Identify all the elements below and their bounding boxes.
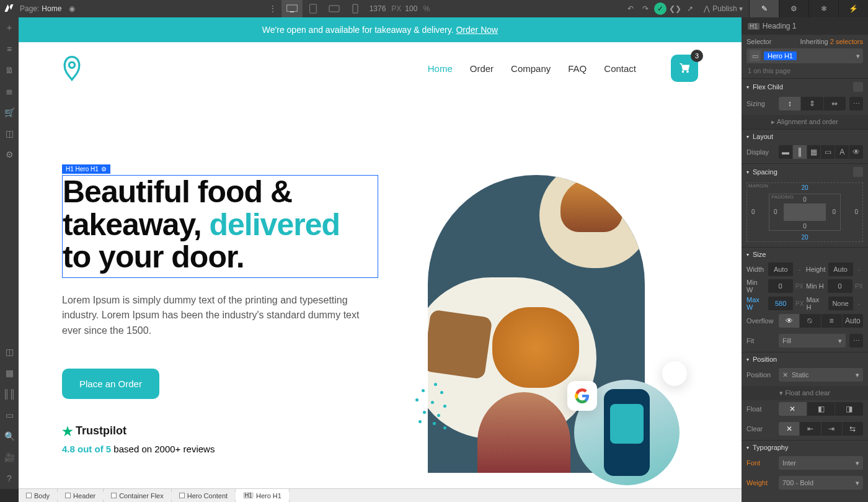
clear-group[interactable]: ✕ ⇤ ⇥ ⇆ (779, 422, 863, 436)
publish-button[interactable]: ⋀Publish ▾ (698, 4, 749, 13)
float-clear-toggle[interactable]: ▾ Float and clear (742, 386, 868, 400)
nav-company[interactable]: Company (511, 63, 551, 74)
overflow-scroll-icon[interactable]: ≡ (822, 314, 843, 328)
selector-field[interactable]: ▭ Hero H1 ▾ (746, 48, 863, 63)
canvas-width[interactable]: 1376 (370, 4, 386, 13)
pages-icon[interactable]: 🗎 (0, 60, 19, 81)
display-group[interactable]: ▬ ║ ▦ ▭ A 👁 (779, 145, 863, 159)
search-icon[interactable]: 🔍 (0, 426, 19, 447)
crumb-container[interactable]: Container Flex (104, 489, 172, 503)
width-input[interactable] (768, 262, 793, 276)
alignment-order-toggle[interactable]: ▸ Alignment and order (742, 115, 868, 129)
style-manager-tab-icon[interactable]: ❄ (808, 0, 838, 17)
display-grid-icon[interactable]: ▦ (807, 145, 822, 159)
device-mobile-icon[interactable] (345, 0, 366, 17)
selector-class-chip[interactable]: Hero H1 (764, 52, 797, 60)
float-group[interactable]: ✕ ◧ ◨ (779, 402, 863, 416)
nav-order[interactable]: Order (470, 63, 494, 74)
expand-icon[interactable] (853, 82, 863, 92)
crumb-header[interactable]: Header (58, 489, 104, 503)
audit-icon[interactable]: ◫ (0, 341, 19, 362)
display-flex-icon[interactable]: ║ (793, 145, 807, 159)
device-tablet-icon[interactable] (303, 0, 324, 17)
navigator-icon[interactable]: ≡ (0, 38, 19, 60)
device-desktop-icon[interactable] (281, 0, 303, 17)
video-icon[interactable]: 🎥 (0, 447, 19, 468)
overflow-auto-icon[interactable]: Auto (843, 314, 863, 328)
size-header[interactable]: ▾Size (742, 247, 868, 261)
assets-icon[interactable]: ◫ (0, 123, 19, 144)
maxh-input[interactable] (828, 297, 853, 310)
page-name[interactable]: Home (42, 4, 61, 13)
display-inline-icon[interactable]: A (835, 145, 849, 159)
undo-icon[interactable]: ↶ (623, 0, 638, 17)
crumb-hero-h1[interactable]: H1Hero H1 (236, 489, 290, 503)
clear-right-icon[interactable]: ⇥ (822, 422, 843, 436)
spacing-editor[interactable]: MARGIN PADDING 20 20 0 0 0 0 0 0 (746, 182, 863, 242)
style-tab-icon[interactable]: ✎ (749, 0, 779, 17)
interactions-tab-icon[interactable]: ⚡ (838, 0, 868, 17)
announcement-link[interactable]: Order Now (456, 25, 498, 35)
clear-none-icon[interactable]: ✕ (779, 422, 800, 436)
ecommerce-icon[interactable]: 🛒 (0, 102, 19, 123)
height-input[interactable] (828, 262, 853, 276)
float-none-icon[interactable]: ✕ (779, 402, 807, 416)
hero-cta-button[interactable]: Place an Order (62, 369, 159, 399)
float-left-icon[interactable]: ◧ (807, 402, 836, 416)
selected-element-box[interactable]: H1 Hero H1⚙ Beautiful food & takeaway, d… (62, 175, 378, 278)
hero-image-block[interactable] (415, 175, 698, 467)
crumb-body[interactable]: Body (19, 489, 58, 503)
selector-device-icon[interactable]: ▭ (750, 50, 761, 61)
settings-gear-icon[interactable]: ⚙ (0, 144, 19, 165)
display-none-icon[interactable]: 👁 (849, 145, 863, 159)
edge-icon[interactable]: ▭ (0, 405, 19, 426)
cart-button[interactable]: 3 (671, 55, 698, 82)
clear-both-icon[interactable]: ⇆ (843, 422, 863, 436)
clear-left-icon[interactable]: ⇤ (800, 422, 821, 436)
hero-paragraph[interactable]: Lorem Ipsum is simply dummy text of the … (62, 293, 372, 339)
fit-more-icon[interactable]: ⋯ (849, 334, 863, 347)
more-icon[interactable]: ⋮ (269, 4, 277, 13)
font-select[interactable]: Inter▾ (779, 456, 863, 470)
fit-select[interactable]: Fill▾ (779, 334, 846, 347)
weight-select[interactable]: 700 - Bold▾ (779, 476, 863, 490)
minh-input[interactable] (828, 279, 852, 293)
overflow-hidden-icon[interactable]: ⦰ (800, 314, 821, 328)
settings-tab-icon[interactable]: ⚙ (779, 0, 808, 17)
sizing-more-icon[interactable]: ⋯ (849, 97, 863, 110)
overflow-group[interactable]: 👁 ⦰ ≡ Auto (779, 314, 863, 328)
float-right-icon[interactable]: ◨ (835, 402, 863, 416)
device-landscape-icon[interactable] (324, 0, 345, 17)
flex-child-header[interactable]: ▾Flex Child (742, 78, 868, 95)
sizing-shrink-icon[interactable]: ↕ (779, 97, 801, 110)
status-icon[interactable]: ✓ (653, 0, 668, 17)
crumb-hero-content[interactable]: Hero Content (172, 489, 236, 503)
position-select[interactable]: ✕Static▾ (779, 368, 863, 382)
redo-icon[interactable]: ↷ (638, 0, 653, 17)
minw-input[interactable] (768, 279, 793, 293)
grid-icon[interactable]: ▦ (0, 362, 19, 383)
webflow-logo-icon[interactable] (0, 2, 17, 16)
guides-icon[interactable]: ║║ (0, 383, 19, 405)
code-icon[interactable]: ❮❯ (668, 0, 683, 17)
typography-header[interactable]: ▾Typography (742, 440, 868, 454)
cms-icon[interactable]: ≣ (0, 81, 19, 102)
sizing-none-icon[interactable]: ⇔ (824, 97, 846, 110)
site-logo-icon[interactable] (62, 55, 82, 81)
maxw-input[interactable] (768, 297, 793, 310)
export-icon[interactable]: ↗ (683, 0, 698, 17)
hero-heading[interactable]: Beautiful food & takeaway, delivered to … (63, 176, 374, 274)
layout-header[interactable]: ▾Layout (742, 129, 868, 143)
display-block-icon[interactable]: ▬ (779, 145, 793, 159)
preview-icon[interactable]: ◉ (69, 4, 75, 13)
element-tag-label[interactable]: H1 Hero H1⚙ (62, 164, 110, 174)
gear-icon[interactable]: ⚙ (101, 166, 107, 173)
spacing-header[interactable]: ▾Spacing (742, 163, 868, 180)
overflow-visible-icon[interactable]: 👁 (779, 314, 800, 328)
nav-home[interactable]: Home (428, 63, 453, 74)
nav-contact[interactable]: Contact (604, 63, 636, 74)
sizing-group[interactable]: ↕ ⇕ ⇔ (779, 97, 846, 110)
nav-faq[interactable]: FAQ (568, 63, 587, 74)
sizing-grow-icon[interactable]: ⇕ (801, 97, 823, 110)
help-icon[interactable]: ? (0, 468, 19, 489)
